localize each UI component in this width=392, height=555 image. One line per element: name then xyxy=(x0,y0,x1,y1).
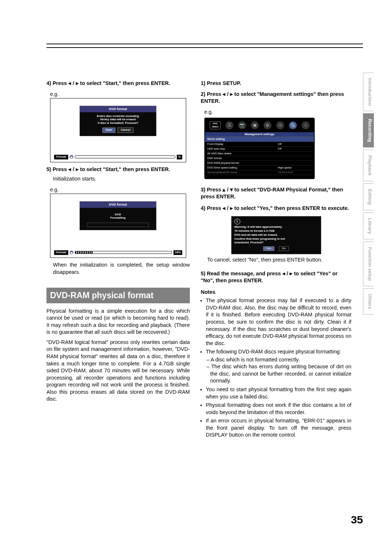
progress-percent: 18% xyxy=(173,250,182,255)
note-item: If an error occurs in physical formattin… xyxy=(206,417,351,439)
step-4: 4) Press ◂ / ▸ to select "Start," then p… xyxy=(46,80,190,87)
tab-function-setup: Function setup xyxy=(363,242,374,286)
start-button[interactable]: Start xyxy=(102,127,115,133)
page-top-rule xyxy=(46,44,363,48)
warn-line: 70 minutes to format a 4.7GB xyxy=(234,229,318,233)
mgmt-row-key[interactable]: Front Display xyxy=(205,142,275,146)
mgmt-row-key[interactable]: Genre setting xyxy=(205,137,275,142)
disc-icon: ◉ xyxy=(70,155,73,159)
warn-line: Confirm that timer programing is not xyxy=(234,237,318,241)
completion-note: When the initialization is completed, th… xyxy=(53,262,190,276)
menu-icon: ☰ xyxy=(225,121,233,129)
tab-playback: Playback xyxy=(363,150,374,181)
mgmt-row-key[interactable]: HDD format xyxy=(205,156,275,161)
step-5: 5) Press ◂ / ▸ to select "Start," then p… xyxy=(46,166,190,173)
cancel-instruction: To cancel, select "No", then press ENTER… xyxy=(207,256,351,264)
mgmt-table: Genre setting Front DisplayOff HDD auto … xyxy=(205,137,314,175)
section-header: DVD-RAM physical format xyxy=(46,288,190,303)
note-item: Physical formatting does not work if the… xyxy=(206,402,351,416)
globe-icon: ◍ xyxy=(264,121,271,129)
notes-heading: Notes xyxy=(201,289,351,296)
management-settings-screen: DVDVIDEO ☰ 📷 ▣ ◍ ◷ 🔧 ◇ Management settin… xyxy=(204,118,315,179)
dvd-format-dialog-1: DVD format Entire disc contents excludin… xyxy=(50,98,186,162)
step-5-subtext: Initialization starts. xyxy=(53,175,190,183)
tv-icon: ▣ xyxy=(251,121,259,129)
page-number: 35 xyxy=(351,514,363,526)
dvd-format-dialog-2: DVD format DVD Formatting Format ◉ 18% xyxy=(50,194,186,258)
progress-bar xyxy=(75,155,175,158)
dialog-msg-line: library data will be erased xyxy=(84,118,152,121)
clock-icon: ◷ xyxy=(276,121,284,129)
notes-list: The physical format process may fail if … xyxy=(201,297,351,440)
dialog-title: DVD format xyxy=(80,106,156,112)
step-4-right: 4) Press ◂ / ▸ to select "Yes," then pre… xyxy=(201,205,351,212)
dvd-video-icon: DVDVIDEO xyxy=(210,121,221,129)
format-label: Format xyxy=(54,250,68,255)
body-paragraph-2: "DVD-RAM logical format" process only re… xyxy=(46,339,190,403)
eg-label-3: e.g. xyxy=(204,109,351,116)
format-label: Format xyxy=(54,155,68,159)
note-subitem: A disc which is not formatted correctly. xyxy=(210,356,351,364)
tab-others: Others xyxy=(363,288,374,315)
tab-recording: Recording xyxy=(363,113,374,147)
camera-icon: 📷 xyxy=(238,121,246,129)
body-paragraph-1: Physical formatting is a simple executio… xyxy=(46,308,190,336)
dialog-msg-line: DVD xyxy=(84,213,152,216)
warn-line: scheduled. Proceed? xyxy=(234,241,318,245)
note-item: The physical format process may fail if … xyxy=(206,297,351,347)
progress-bar xyxy=(75,251,172,254)
note-subitem: The disc which has errors during writing… xyxy=(210,363,351,385)
warn-line: Warning: It will take approximately xyxy=(234,225,318,229)
step-5-right: 5) Read the message, and press ◂ / ▸ to … xyxy=(201,270,351,284)
dialog-msg-line: if disc is formatted. Proceed? xyxy=(84,121,152,125)
note-item: You need to start physical formatting fr… xyxy=(206,386,351,400)
disc-icon: ◉ xyxy=(70,251,73,254)
cancel-button[interactable]: Cancel xyxy=(118,127,134,133)
eg-label-2: e.g. xyxy=(50,186,190,193)
wrench-icon: 🔧 xyxy=(289,121,297,129)
step-2: 2) Press ◂ / ▸ to select "Management set… xyxy=(201,91,351,105)
step-1: 1) Press SETUP. xyxy=(201,80,351,87)
info-icon: i xyxy=(234,219,240,224)
no-button[interactable]: No xyxy=(279,246,289,251)
progress-percent: % xyxy=(177,155,182,159)
warning-dialog: i Warning: It will take approximately 70… xyxy=(231,216,321,254)
yes-button[interactable]: Yes xyxy=(263,246,274,251)
mgmt-title: Management settings xyxy=(205,132,314,137)
mgmt-row-key[interactable]: HDD auto stop xyxy=(205,146,275,151)
right-column: 1) Press SETUP. 2) Press ◂ / ▸ to select… xyxy=(201,80,351,440)
section-tabs: Introduction Recording Playback Editing … xyxy=(363,73,374,317)
tab-library: Library xyxy=(363,212,374,239)
mgmt-row-key[interactable]: DVD Drive speed setting xyxy=(205,166,275,170)
lock-icon: ◇ xyxy=(302,121,310,129)
dialog-msg-line: Formatting xyxy=(84,216,152,220)
mgmt-row-key[interactable]: All HDD titles delete xyxy=(205,151,275,156)
warn-line: DVD and all data will be erased. xyxy=(234,233,318,237)
eg-label-1: e.g. xyxy=(50,91,190,98)
mgmt-row-key[interactable]: DVD-RAM physical format xyxy=(205,161,275,166)
dialog-msg-line: Entire disc contents excluding xyxy=(84,114,152,118)
note-item: The following DVD-RAM discs require phys… xyxy=(206,348,351,385)
mgmt-row-key: Version(Main/DVD drive) xyxy=(205,170,275,175)
left-column: 4) Press ◂ / ▸ to select "Start," then p… xyxy=(46,80,190,440)
step-3: 3) Press ▴ / ▾ to select "DVD-RAM Physic… xyxy=(201,186,351,200)
tab-editing: Editing xyxy=(363,183,374,210)
dialog-title: DVD format xyxy=(80,202,156,207)
tab-introduction: Introduction xyxy=(363,73,374,111)
